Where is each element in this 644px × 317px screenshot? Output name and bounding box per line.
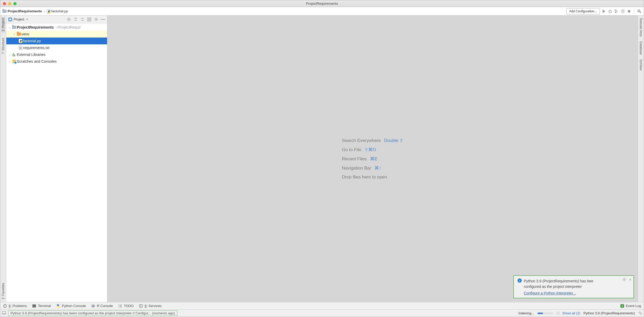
close-window-button[interactable] bbox=[3, 2, 6, 5]
project-tree[interactable]: ⌄ ProjectRequirements ~/ProjectRequir › … bbox=[6, 23, 107, 302]
keyboard-shortcut: Double ⇧ bbox=[384, 138, 403, 143]
expand-toggle[interactable]: › bbox=[13, 33, 16, 36]
svg-rect-47 bbox=[2, 311, 6, 314]
project-tool-window: Project ▼ — ⌄ ProjectRequirements bbox=[6, 15, 107, 302]
scratches-icon bbox=[12, 60, 16, 63]
svg-point-16 bbox=[96, 19, 97, 20]
separator bbox=[634, 9, 634, 14]
folder-icon bbox=[17, 33, 21, 36]
background-task-label[interactable]: Indexing... bbox=[519, 311, 534, 315]
interpreter-status[interactable]: Python 3.9 (ProjectRequirements) bbox=[583, 311, 635, 315]
ide-settings-icon[interactable] bbox=[638, 311, 642, 316]
expand-all-icon[interactable] bbox=[73, 17, 78, 22]
todo-icon bbox=[118, 304, 122, 308]
svg-line-21 bbox=[95, 18, 95, 19]
expand-toggle[interactable]: ⌄ bbox=[8, 26, 12, 29]
run-with-coverage-button[interactable] bbox=[614, 9, 619, 14]
hint-row: Search Everywhere Double ⇧ bbox=[342, 138, 403, 143]
tool-window-problems[interactable]: 6: Problems bbox=[3, 304, 27, 308]
profile-button[interactable] bbox=[620, 9, 625, 14]
breadcrumb-label: ProjectRequirements bbox=[8, 9, 42, 13]
expand-toggle[interactable]: › bbox=[8, 60, 12, 63]
svg-line-9 bbox=[640, 12, 641, 13]
debug-button[interactable] bbox=[608, 9, 613, 14]
tool-window-structure[interactable]: 7: Structure bbox=[1, 37, 5, 55]
status-message[interactable]: Python 3.9 (ProjectRequirements) has bee… bbox=[8, 310, 177, 316]
pause-icon[interactable]: 〣 bbox=[556, 311, 559, 316]
search-everywhere-button[interactable] bbox=[637, 9, 642, 14]
gear-icon[interactable] bbox=[622, 277, 626, 282]
editor-hints: Search Everywhere Double ⇧ Go to File ⇧⌘… bbox=[342, 134, 403, 183]
warning-icon bbox=[3, 304, 7, 308]
svg-line-5 bbox=[611, 12, 611, 12]
show-all-tasks-link[interactable]: Show all (2) bbox=[562, 311, 580, 315]
navigation-toolbar: ProjectRequirements › factorial.py Add C… bbox=[0, 7, 644, 15]
tree-node-external-libraries[interactable]: › External Libraries bbox=[6, 51, 107, 58]
tool-window-header: Project ▼ — bbox=[6, 15, 107, 23]
keyboard-shortcut: ⌘↑ bbox=[374, 166, 381, 171]
tool-window-favorites[interactable]: 2: Favorites bbox=[1, 282, 5, 300]
status-bar: Python 3.9 (ProjectRequirements) has bee… bbox=[0, 309, 644, 317]
svg-point-8 bbox=[638, 10, 640, 12]
expand-toggle[interactable]: › bbox=[8, 53, 12, 56]
tree-node-file[interactable]: requirements.txt bbox=[6, 44, 107, 51]
notification-text: Python 3.9 (ProjectRequirements) has bee bbox=[524, 279, 593, 283]
tree-node-project-root[interactable]: ⌄ ProjectRequirements ~/ProjectRequir bbox=[6, 24, 107, 31]
tool-window-todo[interactable]: TODO bbox=[118, 304, 134, 308]
close-icon[interactable]: × bbox=[629, 277, 631, 282]
tree-node-scratches[interactable]: › Scratches and Consoles bbox=[6, 58, 107, 65]
tree-node-file[interactable]: factorial.py bbox=[6, 38, 107, 44]
keyboard-shortcut: ⇧⌘O bbox=[365, 147, 376, 152]
svg-line-22 bbox=[97, 20, 97, 21]
svg-line-4 bbox=[609, 12, 609, 12]
tool-window-terminal[interactable]: Terminal bbox=[32, 304, 51, 308]
svg-line-24 bbox=[97, 18, 97, 19]
run-button[interactable] bbox=[601, 9, 606, 14]
hint-row: Drop files here to open bbox=[342, 175, 403, 180]
folder-icon bbox=[2, 10, 7, 13]
svg-rect-37 bbox=[33, 304, 36, 307]
tool-window-remote-host[interactable]: Remote Host bbox=[639, 17, 643, 38]
breadcrumb-file[interactable]: factorial.py bbox=[47, 9, 68, 13]
breadcrumb: ProjectRequirements › factorial.py bbox=[2, 9, 566, 14]
separator bbox=[87, 17, 91, 22]
tree-node-venv[interactable]: › venv bbox=[6, 31, 107, 38]
text-file-icon bbox=[19, 46, 22, 50]
progress-bar[interactable] bbox=[537, 313, 553, 314]
chevron-right-icon: › bbox=[44, 9, 45, 14]
folder-icon bbox=[12, 26, 16, 29]
tool-window-services[interactable]: 8: Services bbox=[139, 304, 161, 308]
gear-icon[interactable] bbox=[94, 17, 98, 22]
breadcrumb-root[interactable]: ProjectRequirements bbox=[2, 9, 42, 13]
tool-window-view-dropdown[interactable]: Project ▼ bbox=[8, 17, 28, 21]
tool-window-database[interactable]: Database bbox=[639, 40, 643, 56]
tool-window-python-console[interactable]: Python Console bbox=[56, 304, 86, 308]
tool-window-r-console[interactable]: R R Console bbox=[91, 304, 113, 308]
run-configuration-dropdown[interactable]: Add Configuration... bbox=[566, 8, 600, 14]
hint-row: Go to File ⇧⌘O bbox=[342, 147, 403, 152]
svg-point-25 bbox=[624, 279, 625, 280]
tool-windows-quick-access-icon[interactable] bbox=[2, 311, 6, 316]
tool-window-event-log[interactable]: Event Log bbox=[626, 304, 641, 308]
svg-point-0 bbox=[609, 10, 611, 13]
minimize-window-button[interactable] bbox=[8, 2, 11, 5]
svg-line-3 bbox=[611, 10, 611, 11]
editor-empty-state[interactable]: Search Everywhere Double ⇧ Go to File ⇧⌘… bbox=[107, 15, 638, 302]
locate-icon[interactable] bbox=[67, 17, 71, 22]
svg-point-49 bbox=[639, 312, 640, 313]
tool-window-project[interactable]: 1: Project bbox=[1, 17, 5, 33]
svg-line-2 bbox=[609, 10, 609, 11]
window-title: ProjectRequirements bbox=[306, 2, 338, 6]
python-file-icon bbox=[47, 9, 50, 13]
svg-line-33 bbox=[625, 278, 626, 279]
python-icon bbox=[56, 304, 60, 308]
configure-interpreter-link[interactable]: Configure a Python interpreter... bbox=[524, 291, 576, 295]
hint-row: Recent Files ⌘E bbox=[342, 156, 403, 162]
collapse-all-icon[interactable] bbox=[80, 17, 85, 22]
svg-line-23 bbox=[95, 20, 95, 21]
stop-button[interactable] bbox=[627, 9, 631, 14]
hide-button[interactable]: — bbox=[101, 17, 105, 22]
tool-window-sciview[interactable]: SciView bbox=[639, 58, 643, 71]
svg-line-32 bbox=[623, 280, 624, 281]
zoom-window-button[interactable] bbox=[13, 2, 17, 5]
